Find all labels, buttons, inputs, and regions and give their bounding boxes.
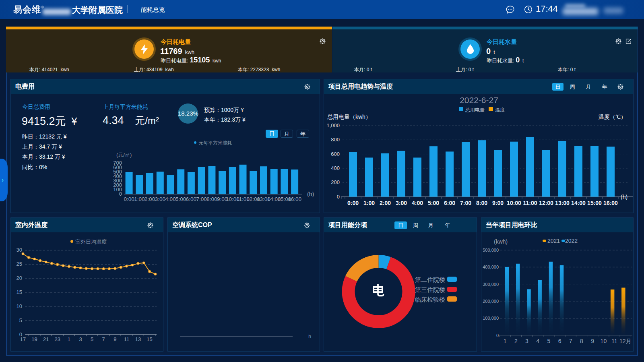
svg-text:8:00: 8:00 [476,200,487,206]
svg-text:(元/㎡): (元/㎡) [116,152,132,158]
svg-text:300,000: 300,000 [483,282,499,287]
svg-text:0: 0 [119,191,122,197]
svg-text:3: 3 [79,336,82,342]
svg-text:400,000: 400,000 [483,265,499,269]
svg-text:7: 7 [102,336,105,342]
svg-text:1:00: 1:00 [134,196,144,202]
svg-text:13: 13 [135,336,141,342]
svg-text:500,000: 500,000 [483,248,499,252]
svg-text:6: 6 [558,338,561,344]
svg-text:12月: 12月 [619,338,632,344]
svg-text:100,000: 100,000 [483,316,499,321]
svg-text:11:00: 11:00 [523,200,537,206]
svg-text:4:00: 4:00 [412,200,423,206]
svg-text:1:00: 1:00 [363,200,375,206]
svg-text:14:00: 14:00 [571,200,586,206]
svg-text:6:00: 6:00 [186,196,196,202]
svg-text:10: 10 [17,303,22,309]
svg-text:7: 7 [569,338,572,344]
svg-text:9:00: 9:00 [492,200,504,206]
svg-text:800: 800 [331,137,340,143]
svg-text:8: 8 [580,338,583,344]
svg-text:3:00: 3:00 [396,200,407,206]
svg-text:3: 3 [525,338,528,344]
svg-text:23: 23 [55,336,60,342]
svg-text:(h): (h) [621,194,627,200]
svg-text:600: 600 [331,151,340,157]
svg-text:4: 4 [536,338,539,344]
svg-text:30: 30 [17,247,22,253]
svg-text:13:00: 13:00 [555,200,570,206]
svg-text:4:00: 4:00 [165,196,175,202]
svg-text:21: 21 [43,336,49,342]
svg-text:0:00: 0:00 [124,196,134,202]
svg-text:15: 15 [17,289,22,295]
svg-text:17: 17 [20,336,26,342]
svg-text:0:00: 0:00 [347,200,359,206]
svg-text:15: 15 [147,336,152,342]
svg-text:11: 11 [611,338,617,344]
svg-text:5:00: 5:00 [175,196,186,202]
svg-text:200: 200 [331,179,340,185]
svg-text:6:00: 6:00 [444,200,455,206]
svg-text:2:00: 2:00 [380,200,391,206]
svg-text:3:00: 3:00 [155,196,165,202]
svg-text:11: 11 [124,336,130,342]
svg-text:9: 9 [114,336,116,342]
svg-text:10:00: 10:00 [507,200,521,206]
svg-text:200,000: 200,000 [483,299,499,304]
svg-text:9: 9 [591,338,594,344]
svg-text:1: 1 [68,336,70,342]
svg-text:19: 19 [31,336,37,342]
svg-text:1,000: 1,000 [326,122,340,128]
svg-text:5: 5 [91,336,93,342]
svg-text:16:00: 16:00 [603,200,618,206]
svg-text:0: 0 [496,333,499,338]
svg-text:8:00: 8:00 [206,196,217,202]
svg-text:25: 25 [17,261,22,267]
svg-text:15:00: 15:00 [587,200,602,206]
svg-text:7:00: 7:00 [460,200,471,206]
svg-text:1: 1 [504,338,507,344]
svg-text:10: 10 [601,338,607,344]
svg-text:2: 2 [514,338,518,344]
svg-text:20: 20 [17,275,22,281]
svg-text:2:00: 2:00 [144,196,155,202]
svg-text:5: 5 [547,338,551,344]
svg-text:400: 400 [331,165,340,171]
svg-text:7:00: 7:00 [196,196,206,202]
svg-text:(h): (h) [307,191,314,197]
svg-text:5:00: 5:00 [428,200,439,206]
svg-text:0: 0 [337,194,340,200]
svg-text:12:00: 12:00 [539,200,553,206]
svg-text:16:00: 16:00 [288,196,301,202]
svg-text:5: 5 [19,317,22,323]
